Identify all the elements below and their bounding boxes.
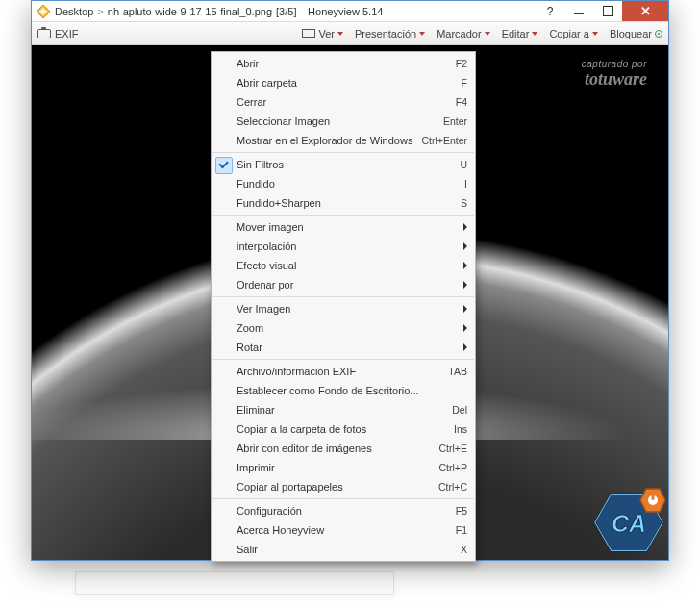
toolbar: EXIF Ver Presentación Marcador E	[32, 22, 668, 45]
copiar-menu[interactable]: Copiar a	[549, 28, 598, 39]
editar-menu[interactable]: Editar	[502, 28, 538, 39]
menu-item[interactable]: ConfiguraciónF5	[212, 501, 475, 520]
menu-item[interactable]: Copiar a la carpeta de fotosIns	[212, 419, 475, 439]
menu-item-shortcut: Ctrl+E	[439, 443, 467, 454]
menu-item-shortcut: S	[461, 197, 467, 209]
ver-label: Ver	[318, 28, 335, 39]
menu-separator	[212, 359, 474, 360]
menu-item-label: Abrir con editor de imágenes	[237, 443, 439, 454]
menu-item-label: Mostrar en el Explorador de Windows	[237, 135, 421, 146]
menu-item[interactable]: Fundido+SharpenS	[212, 193, 475, 213]
close-button[interactable]: ✕	[622, 1, 668, 21]
menu-item-label: Ordenar por	[237, 279, 458, 291]
window-controls: ✕	[536, 1, 668, 21]
camera-icon	[38, 29, 51, 38]
menu-item[interactable]: Seleccionar ImagenEnter	[212, 112, 475, 131]
menu-item[interactable]: Ver Imagen	[212, 299, 475, 318]
menu-item-label: Fundido+Sharpen	[237, 197, 461, 209]
menu-separator	[212, 215, 474, 216]
menu-item[interactable]: Mover imagen	[212, 217, 475, 237]
submenu-arrow-icon	[463, 281, 467, 289]
menu-item[interactable]: Mostrar en el Explorador de WindowsCtrl+…	[212, 131, 475, 150]
app-icon	[36, 4, 51, 19]
menu-item-shortcut: F2	[456, 58, 467, 69]
bloquear-button[interactable]: Bloquear	[610, 28, 662, 39]
menu-item[interactable]: CerrarF4	[212, 92, 475, 112]
menu-item-label: Efecto visual	[237, 260, 458, 271]
menu-item-label: Abrir	[237, 58, 456, 69]
menu-item[interactable]: ImprimirCtrl+P	[212, 458, 475, 477]
menu-item-label: Sin Filtros	[237, 159, 460, 170]
marcador-menu[interactable]: Marcador	[437, 28, 489, 39]
ca-small-icon	[639, 487, 666, 514]
menu-item-label: Acerca Honeyview	[237, 524, 456, 536]
svg-rect-6	[652, 495, 655, 500]
menu-item[interactable]: Abrir con editor de imágenesCtrl+E	[212, 439, 475, 458]
menu-item-shortcut: I	[464, 178, 467, 190]
menu-item-label: Zoom	[237, 322, 458, 334]
submenu-arrow-icon	[463, 242, 467, 250]
menu-item[interactable]: AbrirF2	[212, 54, 475, 73]
menu-item[interactable]: Acerca HoneyviewF1	[212, 520, 475, 540]
presentacion-label: Presentación	[355, 28, 416, 39]
copiar-label: Copiar a	[549, 28, 589, 39]
background-window-ghost	[75, 571, 394, 595]
menu-item-label: Mover imagen	[237, 221, 458, 233]
title-filename: nh-apluto-wide-9-17-15-final_0.png	[108, 6, 272, 17]
menu-item-label: interpolación	[237, 241, 458, 252]
watermark-top-line2: totuware	[582, 69, 647, 89]
menu-item[interactable]: Establecer como Fondo de Escritorio...	[212, 381, 475, 400]
menu-item-label: Establecer como Fondo de Escritorio...	[237, 385, 467, 396]
menu-item[interactable]: interpolación	[212, 237, 475, 256]
editar-label: Editar	[502, 28, 530, 39]
menu-item[interactable]: Rotar	[212, 338, 475, 357]
menu-item-shortcut: Del	[452, 404, 467, 416]
menu-item[interactable]: Archivo/información EXIFTAB	[212, 362, 475, 381]
menu-item[interactable]: EliminarDel	[212, 400, 475, 419]
menu-item-shortcut: F5	[456, 505, 467, 517]
ver-menu[interactable]: Ver	[302, 28, 343, 39]
maximize-button[interactable]	[593, 1, 622, 21]
menu-item[interactable]: Zoom	[212, 318, 475, 338]
submenu-arrow-icon	[463, 324, 467, 332]
menu-item[interactable]: Sin FiltrosU	[212, 155, 475, 174]
menu-item-shortcut: Ins	[454, 423, 467, 435]
menu-item[interactable]: SalirX	[212, 540, 475, 559]
exif-button[interactable]: EXIF	[38, 28, 78, 39]
chevron-down-icon	[592, 32, 598, 36]
minimize-button[interactable]	[564, 1, 593, 21]
menu-item[interactable]: Copiar al portapapelesCtrl+C	[212, 477, 475, 496]
titlebar[interactable]: Desktop > nh-apluto-wide-9-17-15-final_0…	[32, 1, 668, 22]
menu-item-shortcut: F	[462, 77, 467, 89]
menu-item[interactable]: FundidoI	[212, 174, 475, 193]
menu-item-shortcut: F4	[456, 96, 467, 108]
title-sep: >	[97, 6, 103, 17]
menu-item-label: Ver Imagen	[237, 303, 458, 315]
menu-item[interactable]: Efecto visual	[212, 256, 475, 275]
menu-item[interactable]: Ordenar por	[212, 275, 475, 294]
marcador-label: Marcador	[437, 28, 481, 39]
menu-item-label: Cerrar	[237, 96, 456, 108]
menu-item-label: Archivo/información EXIF	[237, 366, 448, 377]
help-button[interactable]	[536, 1, 564, 21]
title-app: Honeyview 5.14	[308, 6, 383, 17]
presentacion-menu[interactable]: Presentación	[355, 28, 425, 39]
menu-item-label: Configuración	[237, 505, 456, 517]
chevron-down-icon	[532, 32, 538, 36]
context-menu: AbrirF2Abrir carpetaFCerrarF4Seleccionar…	[211, 51, 476, 562]
menu-separator	[212, 152, 474, 153]
submenu-arrow-icon	[463, 343, 467, 351]
menu-item-shortcut: Enter	[443, 115, 467, 127]
view-rect-icon	[302, 29, 315, 38]
menu-item-shortcut: F1	[456, 524, 467, 536]
ca-badge: CA	[593, 491, 664, 554]
menu-item-label: Eliminar	[237, 404, 452, 416]
menu-separator	[212, 296, 474, 297]
watermark-top-line1: capturado por	[582, 59, 647, 69]
menu-separator	[212, 498, 474, 499]
exif-label: EXIF	[55, 28, 78, 39]
menu-item-shortcut: X	[461, 544, 467, 555]
window-title: Desktop > nh-apluto-wide-9-17-15-final_0…	[55, 6, 383, 17]
menu-item[interactable]: Abrir carpetaF	[212, 73, 475, 92]
lock-icon	[655, 30, 662, 38]
